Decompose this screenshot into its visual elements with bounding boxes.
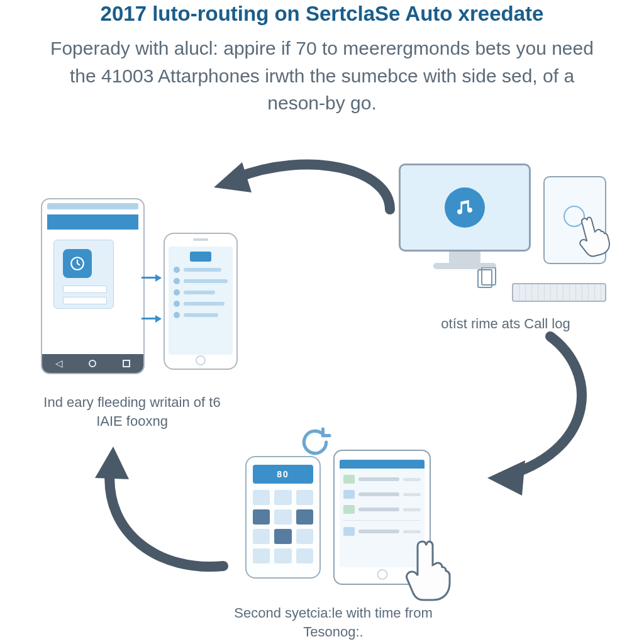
phone-large: ◁ <box>41 198 145 374</box>
transfer-arrow-icon <box>142 277 160 279</box>
transfer-arrow-icon <box>142 318 160 319</box>
keyboard <box>512 283 606 302</box>
page-title: 2017 luto-routing on SertclaSe Auto xree… <box>0 2 644 26</box>
android-navbar: ◁ <box>42 354 143 373</box>
page-subtitle: Foperady with alucl: appire if 70 to mee… <box>50 35 594 117</box>
keypad-display: 80 <box>253 465 313 484</box>
cycle-arrow-icon <box>465 327 610 491</box>
cycle-arrow-icon <box>201 143 402 231</box>
refresh-icon <box>299 426 331 458</box>
svg-marker-3 <box>214 162 252 192</box>
monitor <box>399 164 531 252</box>
bottom-illustration: 80 <box>233 431 447 601</box>
svg-marker-4 <box>487 460 525 496</box>
keypad-device: 80 <box>245 456 321 579</box>
bottom-caption: Second syetcia:le with time from Tesonog… <box>220 604 447 641</box>
phones-caption: Ind eary fleeding writain of t6 IAIE foo… <box>41 393 223 430</box>
pointing-hand-icon <box>402 538 459 606</box>
cycle-arrow-icon <box>91 440 236 585</box>
svg-marker-5 <box>95 447 129 479</box>
documents-icon <box>474 267 499 290</box>
clock-icon <box>63 249 92 278</box>
music-note-icon <box>445 187 485 228</box>
phone-small <box>164 233 238 370</box>
desktop-illustration <box>399 164 606 302</box>
